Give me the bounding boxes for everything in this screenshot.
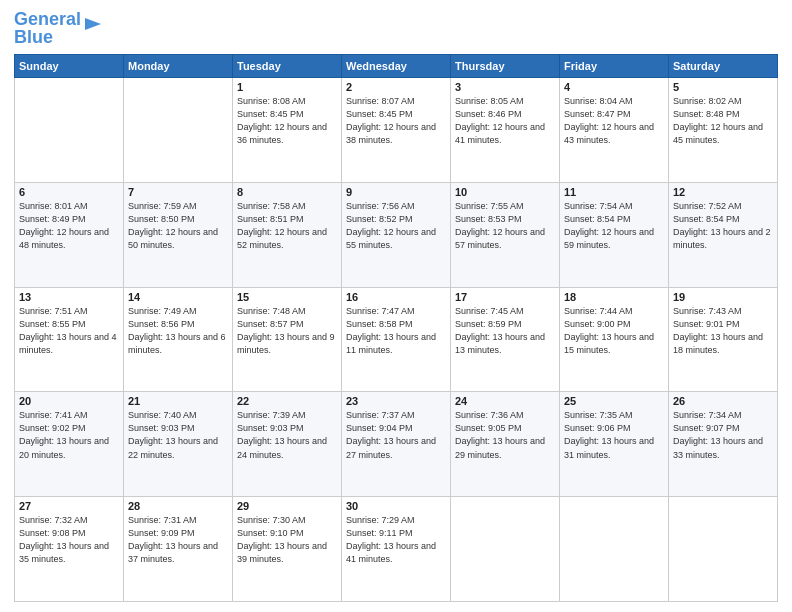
- calendar-day-cell: 5Sunrise: 8:02 AMSunset: 8:48 PMDaylight…: [669, 78, 778, 183]
- day-info: Sunrise: 7:35 AMSunset: 9:06 PMDaylight:…: [564, 409, 664, 461]
- day-info: Sunrise: 8:07 AMSunset: 8:45 PMDaylight:…: [346, 95, 446, 147]
- day-info: Sunrise: 7:39 AMSunset: 9:03 PMDaylight:…: [237, 409, 337, 461]
- day-number: 18: [564, 291, 664, 303]
- day-info: Sunrise: 7:41 AMSunset: 9:02 PMDaylight:…: [19, 409, 119, 461]
- day-number: 15: [237, 291, 337, 303]
- day-number: 21: [128, 395, 228, 407]
- day-info: Sunrise: 7:54 AMSunset: 8:54 PMDaylight:…: [564, 200, 664, 252]
- calendar-day-cell: 12Sunrise: 7:52 AMSunset: 8:54 PMDayligh…: [669, 182, 778, 287]
- calendar-day-cell: 17Sunrise: 7:45 AMSunset: 8:59 PMDayligh…: [451, 287, 560, 392]
- day-number: 16: [346, 291, 446, 303]
- calendar-day-cell: 2Sunrise: 8:07 AMSunset: 8:45 PMDaylight…: [342, 78, 451, 183]
- calendar-day-cell: 27Sunrise: 7:32 AMSunset: 9:08 PMDayligh…: [15, 497, 124, 602]
- calendar-day-cell: 21Sunrise: 7:40 AMSunset: 9:03 PMDayligh…: [124, 392, 233, 497]
- day-info: Sunrise: 7:52 AMSunset: 8:54 PMDaylight:…: [673, 200, 773, 252]
- header: General Blue: [14, 10, 778, 46]
- calendar-day-cell: 8Sunrise: 7:58 AMSunset: 8:51 PMDaylight…: [233, 182, 342, 287]
- calendar-day-cell: 28Sunrise: 7:31 AMSunset: 9:09 PMDayligh…: [124, 497, 233, 602]
- day-number: 30: [346, 500, 446, 512]
- day-info: Sunrise: 8:05 AMSunset: 8:46 PMDaylight:…: [455, 95, 555, 147]
- page: General Blue SundayMondayTuesdayWednesda…: [0, 0, 792, 612]
- calendar-week-row: 1Sunrise: 8:08 AMSunset: 8:45 PMDaylight…: [15, 78, 778, 183]
- calendar-week-row: 27Sunrise: 7:32 AMSunset: 9:08 PMDayligh…: [15, 497, 778, 602]
- weekday-header: Monday: [124, 55, 233, 78]
- day-number: 17: [455, 291, 555, 303]
- day-number: 1: [237, 81, 337, 93]
- calendar-day-cell: 6Sunrise: 8:01 AMSunset: 8:49 PMDaylight…: [15, 182, 124, 287]
- weekday-header: Sunday: [15, 55, 124, 78]
- day-info: Sunrise: 7:44 AMSunset: 9:00 PMDaylight:…: [564, 305, 664, 357]
- calendar-day-cell: [669, 497, 778, 602]
- weekday-header: Thursday: [451, 55, 560, 78]
- calendar-day-cell: 1Sunrise: 8:08 AMSunset: 8:45 PMDaylight…: [233, 78, 342, 183]
- calendar-week-row: 13Sunrise: 7:51 AMSunset: 8:55 PMDayligh…: [15, 287, 778, 392]
- weekday-header: Tuesday: [233, 55, 342, 78]
- day-info: Sunrise: 7:49 AMSunset: 8:56 PMDaylight:…: [128, 305, 228, 357]
- day-number: 20: [19, 395, 119, 407]
- calendar-day-cell: 18Sunrise: 7:44 AMSunset: 9:00 PMDayligh…: [560, 287, 669, 392]
- logo: General Blue: [14, 10, 103, 46]
- day-info: Sunrise: 8:04 AMSunset: 8:47 PMDaylight:…: [564, 95, 664, 147]
- day-number: 5: [673, 81, 773, 93]
- weekday-header: Saturday: [669, 55, 778, 78]
- weekday-header: Wednesday: [342, 55, 451, 78]
- day-number: 6: [19, 186, 119, 198]
- calendar-day-cell: 10Sunrise: 7:55 AMSunset: 8:53 PMDayligh…: [451, 182, 560, 287]
- calendar-day-cell: 20Sunrise: 7:41 AMSunset: 9:02 PMDayligh…: [15, 392, 124, 497]
- calendar-day-cell: 30Sunrise: 7:29 AMSunset: 9:11 PMDayligh…: [342, 497, 451, 602]
- day-info: Sunrise: 7:32 AMSunset: 9:08 PMDaylight:…: [19, 514, 119, 566]
- calendar-day-cell: 23Sunrise: 7:37 AMSunset: 9:04 PMDayligh…: [342, 392, 451, 497]
- calendar-day-cell: 3Sunrise: 8:05 AMSunset: 8:46 PMDaylight…: [451, 78, 560, 183]
- day-info: Sunrise: 7:48 AMSunset: 8:57 PMDaylight:…: [237, 305, 337, 357]
- calendar-day-cell: 9Sunrise: 7:56 AMSunset: 8:52 PMDaylight…: [342, 182, 451, 287]
- day-info: Sunrise: 7:43 AMSunset: 9:01 PMDaylight:…: [673, 305, 773, 357]
- day-number: 10: [455, 186, 555, 198]
- calendar-week-row: 6Sunrise: 8:01 AMSunset: 8:49 PMDaylight…: [15, 182, 778, 287]
- day-info: Sunrise: 8:08 AMSunset: 8:45 PMDaylight:…: [237, 95, 337, 147]
- logo-blue: Blue: [14, 27, 53, 47]
- day-info: Sunrise: 7:40 AMSunset: 9:03 PMDaylight:…: [128, 409, 228, 461]
- logo-text: General Blue: [14, 10, 81, 46]
- calendar-day-cell: 16Sunrise: 7:47 AMSunset: 8:58 PMDayligh…: [342, 287, 451, 392]
- calendar-day-cell: 19Sunrise: 7:43 AMSunset: 9:01 PMDayligh…: [669, 287, 778, 392]
- day-info: Sunrise: 7:45 AMSunset: 8:59 PMDaylight:…: [455, 305, 555, 357]
- day-info: Sunrise: 8:01 AMSunset: 8:49 PMDaylight:…: [19, 200, 119, 252]
- day-info: Sunrise: 7:30 AMSunset: 9:10 PMDaylight:…: [237, 514, 337, 566]
- day-number: 24: [455, 395, 555, 407]
- logo-arrow-icon: [83, 14, 103, 34]
- day-info: Sunrise: 7:36 AMSunset: 9:05 PMDaylight:…: [455, 409, 555, 461]
- calendar-day-cell: [451, 497, 560, 602]
- day-number: 13: [19, 291, 119, 303]
- day-info: Sunrise: 7:51 AMSunset: 8:55 PMDaylight:…: [19, 305, 119, 357]
- calendar-day-cell: 15Sunrise: 7:48 AMSunset: 8:57 PMDayligh…: [233, 287, 342, 392]
- calendar-table: SundayMondayTuesdayWednesdayThursdayFrid…: [14, 54, 778, 602]
- day-number: 11: [564, 186, 664, 198]
- day-info: Sunrise: 7:29 AMSunset: 9:11 PMDaylight:…: [346, 514, 446, 566]
- day-number: 4: [564, 81, 664, 93]
- day-number: 23: [346, 395, 446, 407]
- logo-general: General: [14, 9, 81, 29]
- day-number: 29: [237, 500, 337, 512]
- day-number: 22: [237, 395, 337, 407]
- calendar-day-cell: 13Sunrise: 7:51 AMSunset: 8:55 PMDayligh…: [15, 287, 124, 392]
- day-number: 27: [19, 500, 119, 512]
- day-number: 14: [128, 291, 228, 303]
- weekday-header-row: SundayMondayTuesdayWednesdayThursdayFrid…: [15, 55, 778, 78]
- day-info: Sunrise: 8:02 AMSunset: 8:48 PMDaylight:…: [673, 95, 773, 147]
- day-info: Sunrise: 7:56 AMSunset: 8:52 PMDaylight:…: [346, 200, 446, 252]
- calendar-day-cell: 29Sunrise: 7:30 AMSunset: 9:10 PMDayligh…: [233, 497, 342, 602]
- calendar-day-cell: 25Sunrise: 7:35 AMSunset: 9:06 PMDayligh…: [560, 392, 669, 497]
- weekday-header: Friday: [560, 55, 669, 78]
- day-number: 28: [128, 500, 228, 512]
- day-number: 8: [237, 186, 337, 198]
- day-number: 19: [673, 291, 773, 303]
- day-info: Sunrise: 7:34 AMSunset: 9:07 PMDaylight:…: [673, 409, 773, 461]
- day-number: 2: [346, 81, 446, 93]
- calendar-day-cell: 24Sunrise: 7:36 AMSunset: 9:05 PMDayligh…: [451, 392, 560, 497]
- calendar-week-row: 20Sunrise: 7:41 AMSunset: 9:02 PMDayligh…: [15, 392, 778, 497]
- day-number: 12: [673, 186, 773, 198]
- calendar-day-cell: [124, 78, 233, 183]
- day-number: 25: [564, 395, 664, 407]
- calendar-day-cell: 7Sunrise: 7:59 AMSunset: 8:50 PMDaylight…: [124, 182, 233, 287]
- day-info: Sunrise: 7:59 AMSunset: 8:50 PMDaylight:…: [128, 200, 228, 252]
